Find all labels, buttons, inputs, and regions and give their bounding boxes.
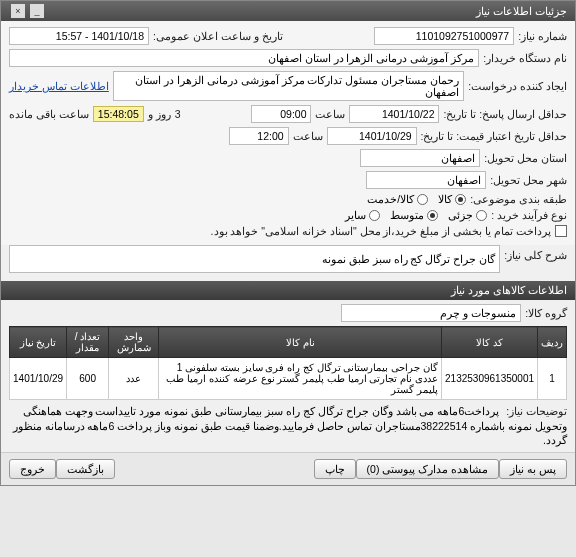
radio-icon: [455, 194, 466, 205]
footer: پس به نیاز مشاهده مدارک پیوستی (0) چاپ ب…: [1, 452, 575, 485]
radio-label-medium: متوسط: [390, 209, 424, 221]
minimize-icon[interactable]: _: [30, 4, 44, 18]
section-goods-header: اطلاعات کالاهای مورد نیاز: [1, 281, 575, 300]
th-row: ردیف: [538, 327, 567, 358]
label-deadline: حداقل ارسال پاسخ: تا تاریخ:: [443, 108, 567, 120]
purchase-radio-group: جزئی متوسط سایر: [345, 209, 487, 221]
back-button[interactable]: پس به نیاز: [499, 459, 567, 479]
label-city: شهر محل تحویل:: [490, 174, 567, 186]
value-requester: رحمان مستاجران مسئول تدارکات مرکز آموزشی…: [113, 71, 464, 101]
label-goods-group: گروه کالا:: [525, 307, 567, 319]
notes-area: توضیحات نیاز: پرداخت6ماهه می باشد وگان ج…: [9, 404, 567, 448]
th-qty: تعداد / مقدار: [67, 327, 109, 358]
radio-other[interactable]: سایر: [345, 209, 380, 221]
close-button[interactable]: بازگشت: [56, 459, 115, 479]
print-button[interactable]: چاپ: [314, 459, 356, 479]
cell-name: گان جراحی بیمارستانی ترگال کج راه فری سا…: [159, 358, 442, 400]
cell-qty: 600: [67, 358, 109, 400]
label-buyer: نام دستگاه خریدار:: [483, 52, 567, 64]
cell-unit: عدد: [109, 358, 159, 400]
label-hour-2: ساعت: [293, 130, 323, 142]
label-remain: ساعت باقی مانده: [9, 108, 89, 120]
label-day-and: روز و: [148, 108, 171, 120]
value-valid-date: 1401/10/29: [327, 127, 417, 145]
label-requester: ایجاد کننده درخواست:: [468, 80, 567, 92]
label-category: طبقه بندی موضوعی:: [470, 193, 567, 205]
close-icon[interactable]: ×: [11, 4, 25, 18]
th-unit: واحد شمارش: [109, 327, 159, 358]
label-province: استان محل تحویل:: [484, 152, 567, 164]
value-valid-time: 12:00: [229, 127, 289, 145]
value-days: 3: [175, 108, 181, 120]
radio-label-small: جزئی: [448, 209, 473, 221]
label-purchase-type: نوع فرآیند خرید :: [491, 209, 567, 221]
value-notes: پرداخت6ماهه می باشد وگان جراح ترگال کج ر…: [13, 405, 567, 446]
value-province: اصفهان: [360, 149, 480, 167]
radio-goods[interactable]: کالا: [438, 193, 466, 205]
label-hour-1: ساعت: [315, 108, 345, 120]
label-notes: توضیحات نیاز:: [506, 404, 567, 419]
form-area: شماره نیاز: 1101092751000977 تاریخ و ساع…: [1, 21, 575, 245]
titlebar: جزئیات اطلاعات نیاز _ ×: [1, 1, 575, 21]
label-need-title: شرح کلی نیاز:: [504, 245, 567, 273]
value-need-no: 1101092751000977: [374, 27, 514, 45]
radio-icon: [427, 210, 438, 221]
category-radio-group: کالا کالا/خدمت: [367, 193, 466, 205]
contact-link[interactable]: اطلاعات تماس خریدار: [9, 80, 109, 92]
window-controls: _ ×: [9, 4, 44, 18]
value-deadline-time: 09:00: [251, 105, 311, 123]
th-date: تاریخ نیاز: [10, 327, 67, 358]
goods-table: ردیف کد کالا نام کالا واحد شمارش تعداد /…: [9, 326, 567, 400]
radio-icon: [476, 210, 487, 221]
label-need-no: شماره نیاز:: [518, 30, 567, 42]
cell-date: 1401/10/29: [10, 358, 67, 400]
radio-icon: [417, 194, 428, 205]
radio-label-other: سایر: [345, 209, 366, 221]
value-city: اصفهان: [366, 171, 486, 189]
th-code: کد کالا: [442, 327, 538, 358]
value-announce-dt: 1401/10/18 - 15:57: [9, 27, 149, 45]
radio-icon: [369, 210, 380, 221]
table-row[interactable]: 1 2132530961350001 گان جراحی بیمارستانی …: [10, 358, 567, 400]
attachments-button[interactable]: مشاهده مدارک پیوستی (0): [356, 459, 500, 479]
value-goods-group: منسوجات و چرم: [341, 304, 521, 322]
countdown: 15:48:05: [93, 106, 144, 122]
cell-code: 2132530961350001: [442, 358, 538, 400]
value-need-title: گان جراح ترگال کج راه سبز طبق نمونه: [9, 245, 500, 273]
label-valid-until: حداقل تاریخ اعتبار قیمت: تا تاریخ:: [421, 130, 567, 142]
radio-small[interactable]: جزئی: [448, 209, 487, 221]
exit-button[interactable]: خروج: [9, 459, 56, 479]
value-deadline-date: 1401/10/22: [349, 105, 439, 123]
cell-row: 1: [538, 358, 567, 400]
radio-label-service: کالا/خدمت: [367, 193, 414, 205]
th-name: نام کالا: [159, 327, 442, 358]
radio-medium[interactable]: متوسط: [390, 209, 438, 221]
label-announce-dt: تاریخ و ساعت اعلان عمومی:: [153, 30, 283, 42]
radio-label-goods: کالا: [438, 193, 452, 205]
radio-service[interactable]: کالا/خدمت: [367, 193, 428, 205]
value-buyer: مرکز آموزشی درمانی الزهرا در استان اصفها…: [9, 49, 479, 67]
window-title: جزئیات اطلاعات نیاز: [476, 5, 567, 18]
label-payment-note: پرداخت تمام یا بخشی از مبلغ خرید،از محل …: [211, 225, 551, 237]
treasury-checkbox[interactable]: [555, 225, 567, 237]
